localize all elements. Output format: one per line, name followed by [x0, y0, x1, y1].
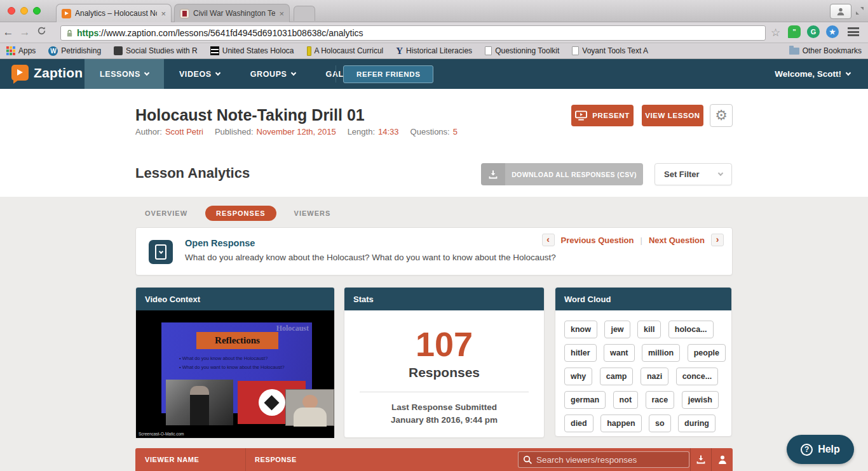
published-label: Published:	[215, 127, 254, 136]
question-mark-icon: ?	[801, 444, 813, 456]
word-chip[interactable]: million	[642, 344, 680, 362]
gear-icon: ⚙	[715, 107, 728, 124]
word-chip[interactable]: want	[604, 344, 634, 362]
nav-item-videos[interactable]: VIDEOS	[164, 59, 235, 89]
lock-icon	[66, 29, 73, 37]
bookmark-petridishing[interactable]: W Petridishing	[48, 46, 101, 56]
word-chip[interactable]: jew	[604, 321, 630, 338]
bookmark-star-icon[interactable]: ☆	[771, 26, 780, 39]
account-menu[interactable]: Welcome, Scott!	[775, 59, 850, 89]
browser-tab-civil-war[interactable]: Civil War Washington Teac ×	[174, 4, 290, 22]
word-chip[interactable]: nazi	[641, 368, 668, 385]
word-chip[interactable]: happen	[600, 415, 641, 432]
word-chip[interactable]: so	[649, 415, 671, 432]
person-icon	[836, 7, 845, 16]
star-extension-icon[interactable]: ★	[826, 25, 839, 38]
word-chip[interactable]: jewish	[682, 391, 719, 409]
set-filter-dropdown[interactable]: Set Filter	[654, 163, 732, 185]
published-value: November 12th, 2015	[257, 127, 336, 136]
word-chip[interactable]: know	[564, 321, 597, 338]
length-label: Length:	[348, 127, 375, 136]
bookmark-label: United States Holoca	[222, 46, 294, 55]
search-input[interactable]	[536, 455, 684, 465]
window-controls	[8, 7, 41, 15]
word-chip[interactable]: holoca...	[668, 321, 714, 338]
download-table-button[interactable]	[690, 448, 711, 471]
author-value[interactable]: Scott Petri	[165, 127, 203, 136]
back-button[interactable]: ←	[0, 26, 17, 39]
viewer-filter-button[interactable]	[711, 448, 733, 471]
fullscreen-icon[interactable]	[855, 6, 864, 15]
zoom-window-button[interactable]	[33, 7, 41, 15]
previous-question-button[interactable]: ‹	[542, 234, 555, 246]
word-chip[interactable]: german	[564, 391, 606, 409]
speech-bubble-extension-icon[interactable]: ”	[788, 25, 801, 38]
previous-question-link[interactable]: Previous Question	[561, 236, 634, 245]
forward-button[interactable]: →	[17, 26, 33, 39]
column-response[interactable]: RESPONSE	[255, 448, 297, 471]
close-tab-icon[interactable]: ×	[279, 10, 284, 18]
profile-switcher-button[interactable]	[830, 4, 851, 19]
present-button[interactable]: PRESENT	[571, 105, 634, 126]
download-icon	[481, 163, 505, 185]
question-card: Open Response What do you already know a…	[135, 227, 733, 275]
help-button[interactable]: ? Help	[787, 435, 854, 464]
response-count: 107	[344, 327, 544, 361]
slide-corner-text: Holocaust	[276, 324, 309, 333]
video-thumbnail[interactable]: Holocaust Reflections • What do you know…	[136, 310, 334, 438]
bookmark-historical-literacies[interactable]: Y Historical Literacies	[396, 46, 472, 56]
word-cloud-card: Word Cloud know jew kill holoca... hitle…	[555, 287, 732, 437]
new-tab-button[interactable]	[294, 6, 315, 21]
download-label: DOWNLOAD ALL RESPONSES (CSV)	[505, 163, 643, 185]
stats-header: Stats	[344, 288, 544, 310]
social-studies-icon	[114, 46, 123, 55]
settings-button[interactable]: ⚙	[710, 104, 733, 127]
word-chip[interactable]: people	[688, 344, 726, 362]
grammarly-extension-icon[interactable]: G	[807, 25, 820, 38]
word-chip[interactable]: conce...	[676, 368, 719, 385]
bookmark-questioning-toolkit[interactable]: Questioning Toolkit	[485, 46, 559, 55]
bookmark-voyant-tools[interactable]: Voyant Tools Text A	[572, 46, 648, 55]
bookmark-holocaust-curriculum[interactable]: A Holocaust Curricul	[307, 46, 384, 56]
bookmark-social-studies[interactable]: Social Studies with R	[114, 46, 198, 55]
tab-overview[interactable]: OVERVIEW	[145, 209, 187, 217]
browser-tab-analytics[interactable]: Analytics – Holocaust Note ×	[56, 4, 172, 22]
word-chip[interactable]: during	[678, 415, 715, 432]
tab-title: Analytics – Holocaust Note	[75, 9, 157, 18]
extension-icons: ” G ★	[788, 25, 859, 38]
bookmark-label: Historical Literacies	[406, 46, 472, 55]
minimize-window-button[interactable]	[20, 7, 28, 15]
other-bookmarks[interactable]: Other Bookmarks	[789, 46, 862, 55]
word-chip[interactable]: not	[613, 391, 638, 409]
view-lesson-button[interactable]: VIEW LESSON	[642, 105, 703, 126]
column-viewer-name[interactable]: VIEWER NAME	[145, 448, 199, 471]
address-bar[interactable]: https://www.zaption.com/lessons/5641fd49…	[60, 25, 766, 41]
bookmark-apps[interactable]: Apps	[6, 46, 36, 55]
word-chip[interactable]: hitler	[564, 344, 597, 362]
word-chip[interactable]: race	[646, 391, 675, 409]
chrome-menu-icon[interactable]	[848, 27, 859, 36]
nav-item-lessons[interactable]: LESSONS	[85, 59, 164, 89]
word-chip[interactable]: died	[564, 415, 593, 432]
tab-responses[interactable]: RESPONSES	[205, 206, 276, 221]
page-icon	[485, 46, 492, 55]
word-chip[interactable]: camp	[600, 368, 634, 385]
refer-friends-button[interactable]: REFER FRIENDS	[343, 65, 433, 83]
word-chip[interactable]: why	[564, 368, 592, 385]
next-question-button[interactable]: ›	[711, 234, 724, 246]
zaption-logo[interactable]: Zaption	[11, 65, 83, 81]
word-chip[interactable]: kill	[637, 321, 661, 338]
open-response-icon	[149, 240, 173, 264]
refer-friends-label: REFER FRIENDS	[356, 70, 420, 78]
close-window-button[interactable]	[8, 7, 15, 15]
reload-button[interactable]	[33, 26, 50, 39]
bookmarks-bar: Apps W Petridishing Social Studies with …	[0, 43, 868, 59]
slide-bullet-2: • What do you want to know about the Hol…	[179, 363, 285, 372]
next-question-link[interactable]: Next Question	[649, 236, 705, 245]
download-responses-button[interactable]: DOWNLOAD ALL RESPONSES (CSV)	[481, 163, 643, 185]
close-tab-icon[interactable]: ×	[161, 10, 166, 18]
nav-item-groups[interactable]: GROUPS	[235, 59, 311, 89]
bookmark-ushmm[interactable]: United States Holoca	[210, 46, 294, 55]
tab-viewers[interactable]: VIEWERS	[294, 209, 331, 217]
search-box[interactable]	[518, 451, 689, 468]
